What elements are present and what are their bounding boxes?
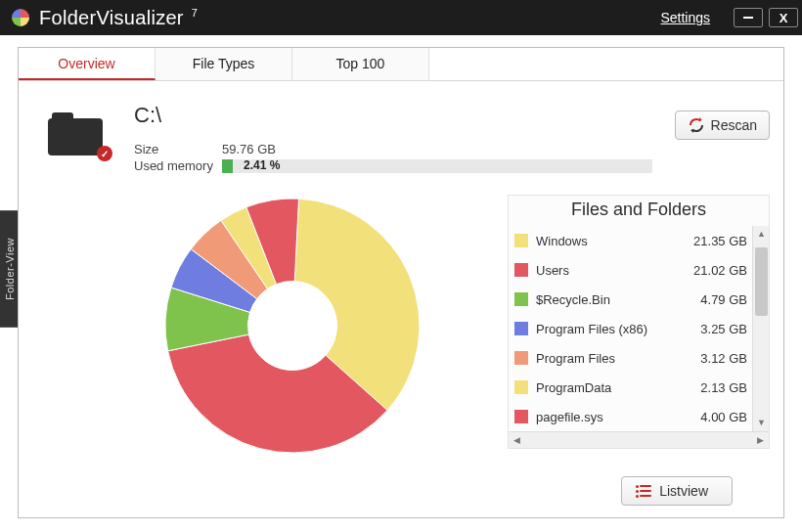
list-item[interactable]: pagefile.sys4.00 GB — [509, 402, 751, 431]
content-area: C:\ Size 59.76 GB Used memory 2.41 % — [19, 81, 783, 517]
list-item[interactable]: Windows21.35 GB — [509, 226, 751, 255]
list-item[interactable]: Program Files3.12 GB — [509, 343, 751, 373]
scroll-right-arrow-icon[interactable]: ▶ — [752, 432, 769, 449]
app-name: FolderVisualizer — [39, 7, 184, 28]
tab-overview[interactable]: Overview — [19, 48, 156, 80]
rescan-label: Rescan — [711, 117, 757, 133]
scroll-up-arrow-icon[interactable]: ▲ — [753, 226, 769, 243]
vertical-scrollbar[interactable]: ▲ ▼ — [752, 226, 769, 431]
item-name: Program Files (x86) — [536, 322, 700, 336]
scroll-down-arrow-icon[interactable]: ▼ — [753, 415, 769, 431]
app-version: 7 — [192, 7, 198, 19]
close-button[interactable]: X — [769, 8, 798, 27]
folder-view-label: Folder-View — [4, 238, 16, 300]
list-item[interactable]: ProgramData2.13 GB — [509, 373, 751, 402]
folder-view-side-tab[interactable]: Folder-View — [0, 210, 20, 328]
files-folders-list[interactable]: Windows21.35 GBUsers21.02 GB$Recycle.Bin… — [509, 226, 769, 431]
listview-button[interactable]: Listview — [621, 476, 733, 506]
list-icon — [636, 485, 651, 497]
used-memory-progress: 2.41 % — [222, 159, 652, 173]
files-folders-title: Files and Folders — [509, 196, 769, 226]
used-memory-label: Used memory — [134, 158, 222, 173]
size-value: 59.76 GB — [222, 142, 276, 156]
color-swatch-icon — [514, 263, 528, 277]
size-label: Size — [134, 142, 222, 156]
used-memory-percent: 2.41 % — [244, 158, 280, 172]
list-item[interactable]: $Recycle.Bin4.79 GB — [509, 285, 751, 314]
item-name: ProgramData — [536, 380, 700, 395]
item-size: 2.13 GB — [700, 380, 747, 395]
app-title: FolderVisualizer 7 — [39, 7, 198, 29]
item-size: 3.25 GB — [700, 322, 747, 336]
titlebar: FolderVisualizer 7 Settings X — [0, 0, 802, 35]
color-swatch-icon — [514, 234, 528, 247]
item-name: $Recycle.Bin — [536, 292, 700, 307]
item-size: 4.79 GB — [700, 292, 747, 307]
item-name: pagefile.sys — [536, 410, 700, 424]
color-swatch-icon — [514, 410, 528, 423]
app-logo-icon — [10, 7, 31, 28]
item-name: Users — [536, 263, 693, 278]
listview-label: Listview — [659, 483, 708, 499]
horizontal-scrollbar[interactable]: ◀ ▶ — [509, 431, 769, 448]
drive-info: C:\ Size 59.76 GB Used memory 2.41 % — [134, 103, 652, 175]
list-item[interactable]: Program Files (x86)3.25 GB — [509, 314, 751, 343]
disk-usage-donut-chart — [156, 189, 429, 466]
minimize-button[interactable] — [734, 8, 763, 27]
list-item[interactable]: Users21.02 GB — [509, 255, 751, 285]
scrollbar-thumb[interactable] — [755, 247, 768, 316]
files-folders-panel: Files and Folders Windows21.35 GBUsers21… — [508, 195, 770, 449]
color-swatch-icon — [514, 380, 528, 394]
item-size: 21.35 GB — [693, 234, 747, 248]
item-size: 4.00 GB — [700, 410, 747, 424]
main-panel: Overview File Types Top 100 C:\ Size 59.… — [18, 47, 784, 518]
refresh-icon — [688, 117, 705, 133]
tab-top-100[interactable]: Top 100 — [292, 48, 429, 80]
color-swatch-icon — [514, 351, 528, 365]
tab-file-types[interactable]: File Types — [156, 48, 292, 80]
item-size: 21.02 GB — [693, 263, 747, 278]
settings-link[interactable]: Settings — [660, 10, 710, 25]
tab-bar: Overview File Types Top 100 — [19, 48, 783, 81]
drive-path: C:\ — [134, 103, 652, 128]
drive-folder-icon — [48, 111, 107, 157]
item-size: 3.12 GB — [700, 351, 747, 366]
rescan-button[interactable]: Rescan — [675, 111, 770, 140]
color-swatch-icon — [514, 322, 528, 335]
scroll-left-arrow-icon[interactable]: ◀ — [509, 432, 525, 449]
color-swatch-icon — [514, 292, 528, 306]
item-name: Windows — [536, 234, 693, 248]
item-name: Program Files — [536, 351, 700, 366]
checkmark-badge-icon — [97, 146, 112, 161]
